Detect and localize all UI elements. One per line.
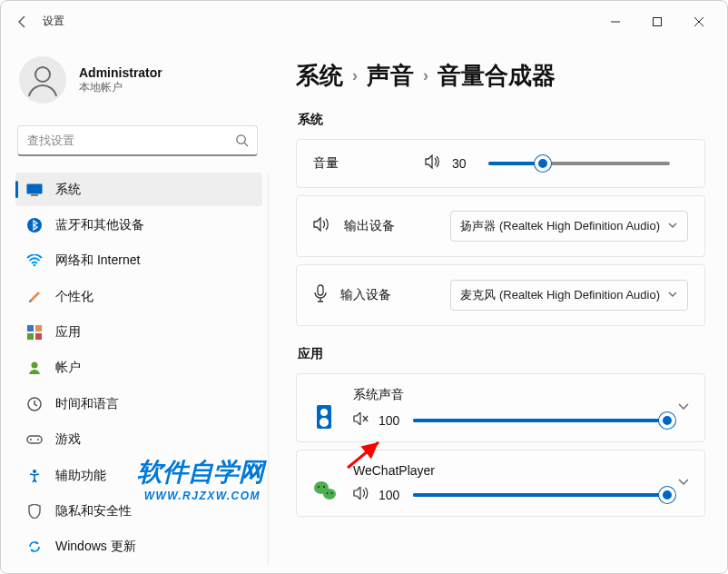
- nav-label: 个性化: [55, 289, 93, 305]
- volume-label: 音量: [313, 155, 339, 172]
- nav-system[interactable]: 系统: [15, 173, 262, 206]
- section-system: 系统: [298, 112, 705, 128]
- app-card-system-sounds[interactable]: 系统声音 100: [296, 373, 705, 442]
- master-volume-card: 音量 30: [296, 139, 705, 188]
- svg-point-24: [323, 489, 336, 500]
- avatar: [19, 56, 66, 104]
- back-button[interactable]: [14, 13, 32, 31]
- chevron-down-icon: [667, 289, 678, 302]
- window-title: 设置: [43, 14, 64, 29]
- app-volume-value: 100: [379, 488, 404, 502]
- nav-label: 帐户: [55, 360, 81, 376]
- speaker-waves-icon: [313, 216, 331, 236]
- nav-personalization[interactable]: 个性化: [15, 280, 262, 313]
- app-name: 系统声音: [353, 387, 688, 403]
- app-card-wechatplayer[interactable]: WeChatPlayer 100: [296, 450, 705, 517]
- speaker-icon[interactable]: [353, 487, 369, 503]
- svg-rect-6: [31, 194, 38, 196]
- user-name: Administrator: [79, 65, 162, 80]
- svg-point-26: [323, 486, 325, 488]
- gaming-icon: [26, 431, 43, 448]
- svg-rect-9: [27, 325, 34, 332]
- input-device-value: 麦克风 (Realtek High Definition Audio): [460, 287, 660, 303]
- svg-point-3: [237, 135, 245, 144]
- svg-rect-11: [27, 333, 34, 340]
- minimize-button[interactable]: [595, 7, 636, 36]
- maximize-icon: [653, 17, 662, 26]
- arrow-left-icon: [15, 15, 30, 29]
- breadcrumb-sound[interactable]: 声音: [367, 60, 414, 92]
- shield-icon: [26, 503, 43, 520]
- nav-apps[interactable]: 应用: [15, 315, 262, 349]
- app-name: WeChatPlayer: [353, 463, 688, 478]
- svg-point-21: [320, 409, 328, 416]
- volume-value: 30: [452, 156, 477, 171]
- nav-windows-update[interactable]: Windows 更新: [15, 530, 262, 564]
- microphone-icon: [313, 284, 328, 306]
- nav-time-language[interactable]: 时间和语言: [15, 387, 262, 421]
- chevron-right-icon: ›: [352, 66, 358, 85]
- search-icon: [235, 134, 249, 151]
- output-device-value: 扬声器 (Realtek High Definition Audio): [460, 218, 660, 234]
- output-device-select[interactable]: 扬声器 (Realtek High Definition Audio): [450, 211, 688, 242]
- system-sounds-icon: [313, 403, 335, 425]
- chevron-down-icon: [677, 400, 690, 412]
- nav-network[interactable]: 网络和 Internet: [15, 244, 262, 278]
- person-icon: [25, 62, 61, 98]
- svg-point-2: [35, 67, 50, 82]
- svg-rect-10: [35, 325, 42, 332]
- nav-privacy[interactable]: 隐私和安全性: [15, 494, 262, 528]
- nav-label: 游戏: [55, 431, 81, 448]
- nav-label: 隐私和安全性: [55, 503, 132, 520]
- user-subtitle: 本地帐户: [79, 80, 162, 95]
- apps-icon: [26, 324, 43, 341]
- svg-point-18: [33, 470, 36, 473]
- speaker-icon[interactable]: [425, 154, 441, 173]
- chevron-down-icon: [667, 220, 678, 233]
- nav-label: 辅助功能: [55, 468, 106, 484]
- svg-point-22: [320, 418, 329, 427]
- search-input[interactable]: [17, 125, 258, 156]
- svg-rect-5: [27, 183, 43, 193]
- accessibility-icon: [26, 468, 43, 484]
- input-device-select[interactable]: 麦克风 (Realtek High Definition Audio): [450, 280, 688, 311]
- svg-point-28: [331, 492, 333, 494]
- nav-accounts[interactable]: 帐户: [15, 351, 262, 385]
- svg-point-25: [318, 486, 320, 488]
- app-volume-slider[interactable]: [413, 487, 667, 503]
- svg-point-17: [37, 439, 39, 440]
- user-block[interactable]: Administrator 本地帐户: [15, 51, 269, 122]
- nav-gaming[interactable]: 游戏: [15, 423, 262, 457]
- nav-bluetooth[interactable]: 蓝牙和其他设备: [15, 208, 262, 242]
- expand-button[interactable]: [677, 475, 690, 491]
- nav-accessibility[interactable]: 辅助功能: [15, 459, 262, 492]
- bluetooth-icon: [26, 217, 43, 233]
- maximize-button[interactable]: [636, 7, 678, 36]
- breadcrumb-current: 音量合成器: [438, 60, 556, 92]
- close-button[interactable]: [678, 7, 720, 36]
- nav-label: Windows 更新: [55, 539, 136, 555]
- main: 系统 › 声音 › 音量合成器 系统 音量 30 输出设备 扬声器: [269, 42, 727, 573]
- nav-label: 时间和语言: [55, 396, 119, 412]
- nav-label: 网络和 Internet: [55, 252, 140, 269]
- breadcrumb-system[interactable]: 系统: [296, 60, 343, 92]
- svg-point-13: [32, 362, 38, 369]
- svg-line-4: [244, 143, 248, 146]
- speaker-muted-icon[interactable]: [353, 412, 369, 429]
- section-apps: 应用: [298, 346, 705, 362]
- brush-icon: [26, 289, 43, 305]
- svg-rect-1: [654, 17, 662, 25]
- display-icon: [26, 182, 43, 198]
- update-icon: [26, 539, 43, 555]
- app-volume-slider[interactable]: [413, 412, 667, 429]
- expand-button[interactable]: [677, 400, 690, 416]
- svg-rect-19: [318, 285, 323, 295]
- nav-label: 蓝牙和其他设备: [55, 217, 144, 233]
- output-label: 输出设备: [344, 218, 395, 234]
- sidebar: Administrator 本地帐户 系统 蓝牙和其他设备 网络和 Intern…: [1, 42, 269, 573]
- svg-rect-15: [27, 436, 42, 443]
- chevron-down-icon: [677, 475, 690, 488]
- volume-slider[interactable]: [488, 155, 670, 172]
- nav-label: 系统: [55, 182, 81, 198]
- svg-point-16: [30, 439, 32, 440]
